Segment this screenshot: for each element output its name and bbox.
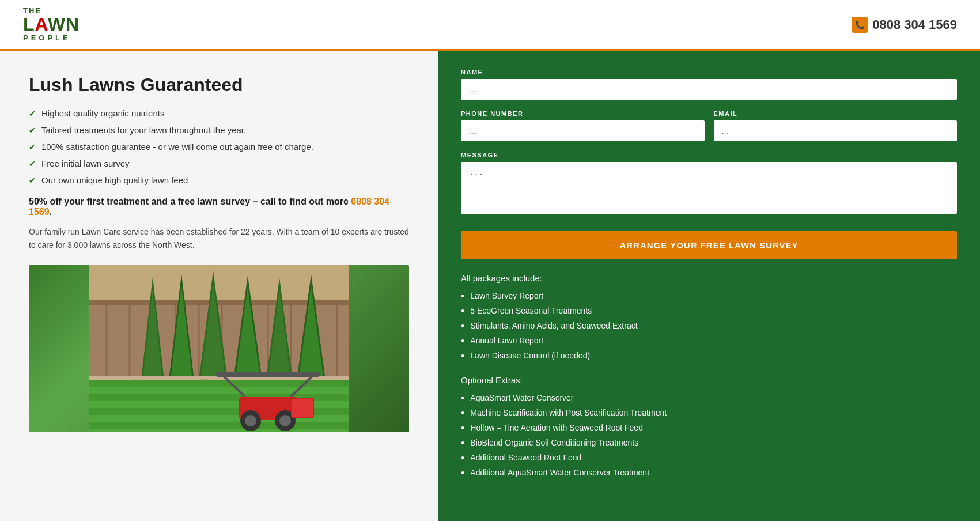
svg-rect-33 [89,380,349,387]
package-item: Lawn Survey Report [461,291,957,301]
header-phone-number: 0808 304 1569 [872,17,957,32]
email-label: EMAIL [714,110,958,117]
extra-item: Hollow – Tine Aeration with Seaweed Root… [461,423,957,433]
header-phone[interactable]: 📞 0808 304 1569 [852,17,957,33]
svg-rect-36 [89,422,349,429]
checklist-item: 100% satisfaction guarantee - or we will… [29,142,409,152]
offer-text: 50% off your first treatment and a free … [29,197,409,217]
email-input[interactable] [714,120,958,141]
phone-label: PHONE NUMBER [461,110,705,117]
message-field-group: MESSAGE [461,152,957,216]
header: THE LAWN PEOPLE 📞 0808 304 1569 [0,0,980,51]
checklist-item: Highest quality organic nutrients [29,108,409,118]
svg-point-44 [279,415,291,426]
name-label: NAME [461,69,957,75]
extra-item: BioBlend Organic Soil Conditioning Treat… [461,438,957,448]
page-headline: Lush Lawns Guaranteed [29,74,409,96]
package-item: Lawn Disease Control (if needed) [461,351,957,361]
checklist-item: Tailored treatments for your lawn throug… [29,125,409,135]
name-input[interactable] [461,79,957,100]
phone-input[interactable] [461,120,705,141]
name-field-group: NAME [461,69,957,100]
package-item: Stimulants, Amino Acids, and Seaweed Ext… [461,321,957,331]
logo-people: PEOPLE [23,33,80,42]
feature-checklist: Highest quality organic nutrients Tailor… [29,108,409,185]
logo-lawn: LAWN [23,15,80,33]
phone-icon: 📞 [852,17,868,33]
svg-rect-46 [292,399,313,417]
email-field-group: EMAIL [714,110,958,141]
extra-item: Additional AquaSmart Water Conserver Tre… [461,468,957,478]
package-item: 5 EcoGreen Seasonal Treatments [461,306,957,316]
extra-item: AquaSmart Water Conserver [461,393,957,403]
left-panel: Lush Lawns Guaranteed Highest quality or… [0,51,438,521]
submit-button[interactable]: ARRANGE YOUR FREE LAWN SURVEY [461,231,957,259]
packages-heading: All packages include: [461,273,957,283]
svg-point-42 [245,415,256,426]
phone-field-group: PHONE NUMBER [461,110,705,141]
main-wrapper: Lush Lawns Guaranteed Highest quality or… [0,51,980,521]
message-textarea[interactable] [461,162,957,214]
svg-rect-40 [216,372,320,377]
checklist-item: Our own unique high quality lawn feed [29,175,409,185]
extra-item: Machine Scarification with Post Scarific… [461,408,957,418]
phone-email-row: PHONE NUMBER EMAIL [461,110,957,152]
message-label: MESSAGE [461,152,957,158]
lawn-image [29,265,409,432]
logo: THE LAWN PEOPLE [23,7,80,42]
packages-list: Lawn Survey Report 5 EcoGreen Seasonal T… [461,291,957,361]
package-item: Annual Lawn Report [461,336,957,346]
extras-heading: Optional Extras: [461,375,957,385]
right-panel: NAME PHONE NUMBER EMAIL MESSAGE ARRANGE … [438,51,980,521]
description-text: Our family run Lawn Care service has bee… [29,225,409,251]
extra-item: Additional Seaweed Root Feed [461,453,957,463]
checklist-item: Free initial lawn survey [29,158,409,168]
packages-section: All packages include: Lawn Survey Report… [461,273,957,478]
extras-list: AquaSmart Water Conserver Machine Scarif… [461,393,957,478]
